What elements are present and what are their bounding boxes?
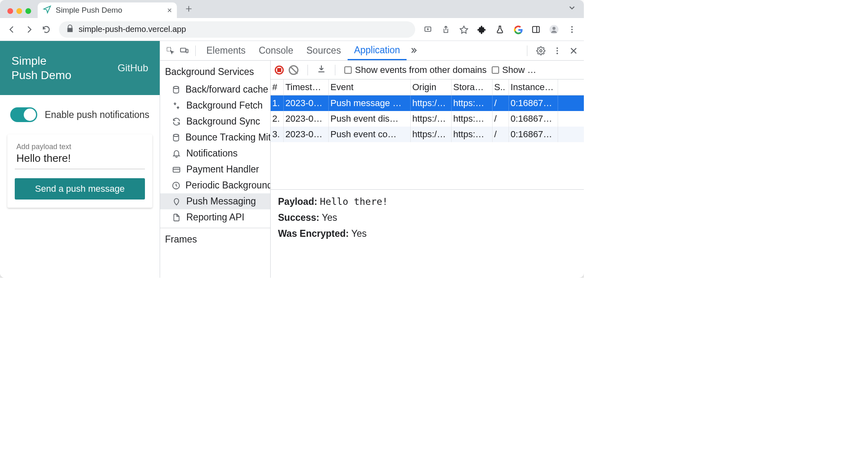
- new-tab-button[interactable]: ＋: [183, 1, 194, 16]
- cell-origin: https:/…: [411, 127, 452, 142]
- cell-storage: https:…: [452, 95, 493, 111]
- google-g-icon[interactable]: [510, 22, 526, 37]
- github-link[interactable]: GitHub: [118, 62, 148, 74]
- traffic-minimize[interactable]: [16, 8, 22, 14]
- column-header[interactable]: #: [271, 79, 284, 95]
- events-table-header: #Timest…EventOriginStora…S..Instance…: [271, 79, 584, 95]
- send-push-button[interactable]: Send a push message: [15, 178, 145, 200]
- tab-list-chevron-icon[interactable]: [567, 3, 576, 15]
- payload-input[interactable]: Hello there!: [15, 151, 145, 169]
- table-row[interactable]: 3.2023-0…Push event co…https:/…https:…/0…: [271, 127, 584, 142]
- sidebar-item-payment-handler[interactable]: Payment Handler: [160, 161, 270, 177]
- sidebar-item-reporting-api[interactable]: Reporting API: [160, 209, 270, 225]
- download-icon[interactable]: [317, 64, 326, 76]
- svg-rect-11: [186, 49, 188, 52]
- url-text: simple-push-demo.vercel.app: [79, 25, 186, 34]
- sidebar-item-bounce-tracking-mitigations[interactable]: Bounce Tracking Mitigations: [160, 129, 270, 145]
- tab-sources[interactable]: Sources: [300, 41, 347, 60]
- clear-button[interactable]: [289, 65, 298, 75]
- application-main: Show events from other domains Show … #T…: [271, 61, 584, 278]
- enable-push-row: Enable push notifications: [7, 107, 152, 122]
- paper-plane-icon: [43, 5, 52, 16]
- share-icon[interactable]: [438, 22, 454, 37]
- table-row[interactable]: 1.2023-0…Push message …https:/…https:…/0…: [271, 95, 584, 111]
- page-title-line2: Push Demo: [11, 68, 71, 82]
- svg-point-19: [174, 134, 179, 136]
- cell-s: /: [493, 95, 509, 111]
- sidebar-item-label: Background Fetch: [186, 100, 263, 111]
- sidebar-item-push-messaging[interactable]: Push Messaging: [160, 193, 270, 209]
- labs-flask-icon[interactable]: [492, 22, 508, 37]
- more-tabs-chevron-icon[interactable]: [407, 44, 420, 58]
- traffic-maximize[interactable]: [25, 8, 31, 14]
- cell-n: 3.: [271, 127, 284, 142]
- column-header[interactable]: Timest…: [284, 79, 329, 95]
- payload-label: Payload:: [278, 196, 317, 207]
- chrome-menu-icon[interactable]: [564, 22, 580, 37]
- back-button[interactable]: [4, 22, 20, 37]
- show-other-domains-checkbox[interactable]: Show events from other domains: [344, 65, 487, 75]
- payload-placeholder: Add payload text: [15, 143, 145, 151]
- profile-avatar[interactable]: [546, 22, 562, 37]
- sidebar-item-notifications[interactable]: Notifications: [160, 145, 270, 161]
- show-truncated-checkbox[interactable]: Show …: [492, 65, 536, 75]
- column-header[interactable]: Instance…: [509, 79, 558, 95]
- success-label: Success:: [278, 212, 319, 223]
- devtools-tabbar: Elements Console Sources Application: [160, 41, 584, 61]
- sidebar-item-label: Back/forward cache: [185, 84, 268, 95]
- column-header[interactable]: Origin: [411, 79, 452, 95]
- application-sidebar: Background Services Back/forward cacheBa…: [160, 61, 271, 278]
- reload-button[interactable]: [38, 22, 54, 37]
- extensions-puzzle-icon[interactable]: [474, 22, 490, 37]
- cell-event: Push event co…: [329, 127, 411, 142]
- cell-storage: https:…: [452, 111, 493, 127]
- column-header[interactable]: S..: [493, 79, 509, 95]
- enable-push-toggle[interactable]: [10, 107, 37, 122]
- tab-application[interactable]: Application: [348, 41, 407, 60]
- svg-rect-20: [173, 167, 180, 172]
- inspect-icon[interactable]: [163, 44, 177, 58]
- payload-value: Hello there!: [320, 196, 388, 207]
- sidebar-item-icon: [172, 197, 181, 206]
- devtools-kebab-icon[interactable]: [550, 44, 564, 58]
- sidebar-item-icon: [172, 213, 181, 222]
- table-row[interactable]: 2.2023-0…Push event dis…https:/…https:…/…: [271, 111, 584, 127]
- cell-ts: 2023-0…: [284, 127, 329, 142]
- sidebar-heading: Background Services: [160, 61, 270, 82]
- sidebar-item-label: Background Sync: [186, 116, 260, 127]
- window-controls: [7, 8, 31, 14]
- close-tab-icon[interactable]: ×: [167, 6, 172, 14]
- encrypted-value: Yes: [351, 228, 367, 239]
- page-title-line1: Simple: [11, 54, 71, 68]
- address-bar[interactable]: simple-push-demo.vercel.app: [59, 21, 415, 38]
- bookmark-star-icon[interactable]: [456, 22, 472, 37]
- sidebar-item-background-fetch[interactable]: Background Fetch: [160, 98, 270, 113]
- enable-push-label: Enable push notifications: [45, 109, 149, 120]
- sidebar-item-label: Payment Handler: [186, 164, 259, 175]
- sidebar-item-background-sync[interactable]: Background Sync: [160, 113, 270, 129]
- svg-point-12: [540, 50, 542, 52]
- device-icon[interactable]: [177, 44, 191, 58]
- sidebar-item-back-forward-cache[interactable]: Back/forward cache: [160, 82, 270, 98]
- events-toolbar: Show events from other domains Show …: [271, 61, 584, 79]
- cell-instance: 0:16867…: [509, 95, 558, 111]
- sidebar-item-periodic-background-sync[interactable]: Periodic Background Sync: [160, 177, 270, 193]
- sidebar-item-label: Notifications: [186, 148, 237, 159]
- cell-origin: https:/…: [411, 111, 452, 127]
- svg-point-13: [556, 47, 558, 49]
- settings-gear-icon[interactable]: [534, 44, 548, 58]
- forward-button[interactable]: [21, 22, 37, 37]
- sidepanel-icon[interactable]: [528, 22, 544, 37]
- svg-rect-10: [181, 48, 186, 52]
- devtools-close-icon[interactable]: [567, 44, 581, 58]
- browser-tab[interactable]: Simple Push Demo ×: [38, 2, 177, 18]
- column-header[interactable]: Event: [329, 79, 411, 95]
- tab-elements[interactable]: Elements: [200, 41, 252, 60]
- record-button[interactable]: [275, 66, 284, 75]
- payload-card: Add payload text Hello there! Send a pus…: [7, 134, 152, 208]
- column-header[interactable]: Stora…: [452, 79, 493, 95]
- tab-console[interactable]: Console: [252, 41, 300, 60]
- traffic-close[interactable]: [7, 8, 13, 14]
- sidebar-item-icon: [172, 149, 181, 158]
- install-icon[interactable]: [420, 22, 436, 37]
